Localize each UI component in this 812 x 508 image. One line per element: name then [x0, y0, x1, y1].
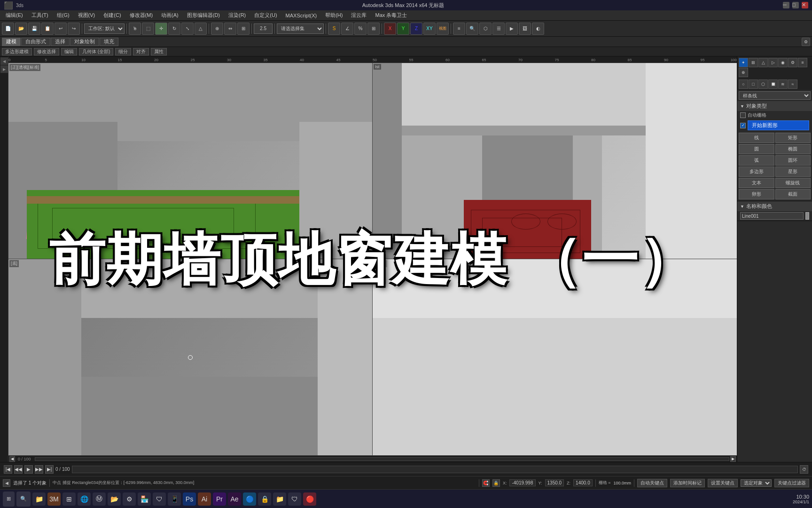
taskbar-files[interactable]: 📂	[108, 492, 121, 506]
shape-circle-btn[interactable]: 圆	[739, 144, 774, 154]
tab-freeform[interactable]: 自由形式	[21, 38, 50, 46]
viewport-topleft[interactable]: [正][透视][标准]	[8, 63, 373, 259]
play-btn[interactable]: ▶	[24, 465, 33, 474]
shape-section-btn[interactable]: 截面	[775, 189, 811, 199]
workspace-selector[interactable]: 工作区: 默认	[84, 24, 125, 34]
rp-extra2-icon[interactable]: ⊕	[739, 68, 748, 77]
settings-btn[interactable]: ⚙	[802, 38, 810, 46]
tab-populate[interactable]: 填充	[100, 38, 118, 46]
start-button[interactable]: ⊞	[3, 492, 15, 507]
newshape-checkbox[interactable]: ✓	[740, 123, 746, 128]
redo-button[interactable]: ↪	[68, 23, 80, 35]
rp-category-dropdown[interactable]: 样条线	[739, 91, 811, 100]
rp-motion-icon[interactable]: ▷	[768, 58, 778, 67]
search-button[interactable]: 🔍	[16, 492, 31, 507]
rp-sub2-icon[interactable]: □	[749, 79, 758, 89]
tab-object-paint[interactable]: 对象绘制	[70, 38, 99, 46]
menu-edit[interactable]: 编辑(E)	[2, 11, 27, 20]
rp-utilities-icon[interactable]: ⚙	[788, 58, 797, 67]
rp-create-icon[interactable]: ✦	[739, 58, 748, 67]
shape-helix-btn[interactable]: 螺旋线	[775, 178, 811, 188]
rp-sub1-icon[interactable]: ○	[739, 79, 748, 89]
viewport-bottomleft[interactable]: [底]	[8, 259, 373, 455]
mirror-tool[interactable]: ⇔	[224, 23, 236, 35]
spinner-snap-button[interactable]: ⊞	[367, 23, 380, 35]
render-frame[interactable]: ▶	[506, 23, 518, 35]
snap-spinner[interactable]	[254, 24, 273, 34]
menu-customize[interactable]: 自定义(U)	[250, 11, 281, 20]
taskbar-vpn[interactable]: 🔒	[258, 492, 271, 506]
taskbar-browser1[interactable]: 🌐	[78, 492, 91, 506]
menu-group[interactable]: 组(G)	[53, 11, 73, 20]
rotate-tool[interactable]: ↻	[168, 23, 180, 35]
menu-create[interactable]: 创建(C)	[100, 11, 125, 20]
auto-key-btn[interactable]: 自动关键点	[637, 479, 667, 487]
properties-btn[interactable]: 属性	[151, 48, 167, 56]
shape-star-btn[interactable]: 星形	[775, 167, 811, 177]
viewport-scene[interactable]: [正][透视][标准]	[8, 63, 737, 456]
tab-selection[interactable]: 选择	[51, 38, 70, 46]
next-key-btn[interactable]: ▶▶	[35, 465, 43, 474]
selection-sets[interactable]: 请选选择集	[277, 24, 324, 34]
taskbar-folder2[interactable]: 📁	[273, 492, 286, 506]
edit-btn[interactable]: 编辑	[61, 48, 77, 56]
rp-sub6-icon[interactable]: ≈	[788, 79, 797, 89]
scroll-track[interactable]	[35, 457, 729, 461]
close-button[interactable]: ✕	[802, 2, 808, 8]
taskbar-app2[interactable]: 📱	[168, 492, 181, 506]
taskbar-store[interactable]: 🏪	[138, 492, 151, 506]
start-new-shape-btn[interactable]: 开始新图形	[748, 120, 809, 130]
prev-key-btn[interactable]: ◀◀	[14, 465, 23, 474]
save-as-button[interactable]: 📋	[41, 23, 54, 35]
menu-render-cloud[interactable]: 渲云库	[347, 11, 370, 20]
menu-antivirus[interactable]: Max 杀毒卫士	[371, 11, 411, 20]
layer-manager[interactable]: ≡	[453, 23, 465, 35]
lock-status-icon[interactable]: 🔒	[492, 479, 500, 487]
shape-donut-btn[interactable]: 圆环	[775, 155, 811, 166]
snap-status-icon[interactable]: 🧲	[482, 479, 490, 487]
save-button[interactable]: 💾	[28, 23, 40, 35]
menu-view[interactable]: 视图(V)	[74, 11, 99, 20]
set-key-btn[interactable]: 设置关键点	[708, 479, 738, 487]
snap-2d-button[interactable]: S	[328, 23, 340, 35]
taskbar-antivir[interactable]: 🛡	[153, 492, 166, 506]
rp-hierarchy-icon[interactable]: △	[758, 58, 768, 67]
percent-snap-button[interactable]: %	[354, 23, 367, 35]
move-tool[interactable]: ✛	[155, 23, 167, 35]
taskbar-pr[interactable]: Pr	[213, 492, 226, 506]
shape-egg-btn[interactable]: 卵形	[739, 189, 774, 199]
render-product[interactable]: 🖼	[519, 23, 531, 35]
menu-help[interactable]: 帮助(H)	[321, 11, 346, 20]
align-tool[interactable]: ⊞	[237, 23, 250, 35]
rp-sub3-icon[interactable]: ⬡	[758, 79, 768, 89]
subdivide-btn[interactable]: 细分	[115, 48, 131, 56]
poly-modeling-btn[interactable]: 多边形建模	[2, 48, 32, 56]
taskbar-ai[interactable]: Ai	[198, 492, 211, 506]
taskbar-3dsmax[interactable]: 3M	[47, 492, 61, 506]
maximize-button[interactable]: □	[792, 2, 799, 8]
rp-extra1-icon[interactable]: ≡	[798, 58, 807, 67]
taskbar-antivir2[interactable]: 🛡	[288, 492, 301, 506]
rp-name-color-header[interactable]: ▼ 名称和颜色	[737, 201, 812, 211]
left-icon-2[interactable]: ▶	[0, 65, 8, 73]
shape-rect-btn[interactable]: 矩形	[775, 133, 811, 143]
taskbar-browser2[interactable]: 🔵	[243, 492, 256, 506]
geometry-all-btn[interactable]: 几何体 (全部)	[79, 48, 113, 56]
menu-render[interactable]: 渲染(R)	[225, 11, 250, 20]
taskbar-chrome[interactable]: 🔴	[303, 492, 316, 506]
autogrid-checkbox[interactable]	[740, 112, 746, 118]
new-button[interactable]: 📄	[2, 23, 14, 35]
view-axis-btn[interactable]: 视图	[437, 23, 449, 35]
rp-modify-icon[interactable]: ⊞	[749, 58, 758, 67]
menu-tools[interactable]: 工具(T)	[28, 11, 52, 20]
taskbar-control[interactable]: ⚙	[123, 492, 136, 506]
shape-ellipse-btn[interactable]: 椭圆	[775, 144, 811, 154]
x-axis-btn[interactable]: X	[384, 23, 396, 35]
select-region-tool[interactable]: ⬚	[142, 23, 154, 35]
xy-axis-btn[interactable]: XY	[423, 23, 436, 35]
align-btn[interactable]: 对齐	[133, 48, 149, 56]
scroll-right[interactable]: ▶	[730, 456, 736, 462]
scale-uniform-tool[interactable]: △	[195, 23, 207, 35]
selection-filter-dropdown[interactable]: 选定对象	[741, 479, 772, 487]
angle-snap-button[interactable]: ∠	[341, 23, 353, 35]
